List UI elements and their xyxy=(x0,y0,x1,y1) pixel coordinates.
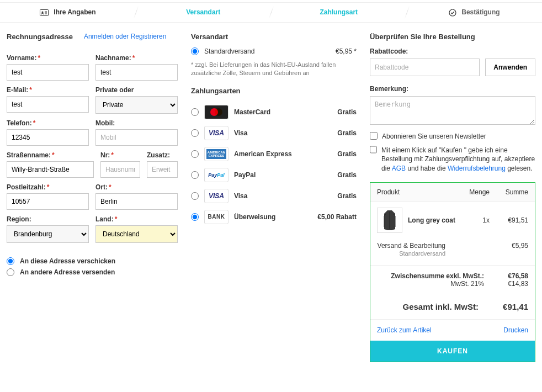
id-card-icon xyxy=(40,9,49,17)
zip-input[interactable] xyxy=(7,193,89,210)
mobile-label: Mobil: xyxy=(95,119,178,127)
order-ship-label: Versand & BearbeitungStandardversand xyxy=(377,242,490,257)
discount-label: Rabattcode: xyxy=(370,47,535,55)
step-details-label: Ihre Angaben xyxy=(54,8,95,16)
region-label: Region: xyxy=(7,215,89,223)
payment-mastercard[interactable]: MasterCard Gratis xyxy=(191,102,357,123)
lastname-label: Nachname:* xyxy=(95,54,178,62)
mobile-input[interactable] xyxy=(95,129,178,146)
order-item-name: Long grey coat xyxy=(408,216,456,224)
order-head-sum: Summe xyxy=(490,188,528,196)
firstname-label: Vorname:* xyxy=(7,54,89,62)
payment-amex[interactable]: AMERICANEXPRESS American Express Gratis xyxy=(191,144,357,165)
review-column: Überprüfen Sie Ihre Bestellung Rabattcod… xyxy=(370,33,535,362)
country-select[interactable]: Deutschland xyxy=(95,225,178,243)
vat-value: €14,83 xyxy=(484,280,528,288)
step-payment[interactable]: Zahlungsart xyxy=(271,3,407,22)
privoder-label: Private oder xyxy=(95,86,178,94)
apply-button[interactable]: Anwenden xyxy=(485,59,535,76)
country-label: Land:* xyxy=(95,215,178,223)
zusatz-label: Zusatz: xyxy=(147,151,178,159)
step-shipping[interactable]: Versandart xyxy=(136,3,272,22)
payment-bank[interactable]: BANK Überweisung €5,00 Rabatt xyxy=(191,206,357,227)
payment-visa[interactable]: VISA Visa Gratis xyxy=(191,123,357,144)
ship-other-radio[interactable] xyxy=(7,268,14,276)
order-item-sum: €91,51 xyxy=(490,216,528,224)
payment-visa2[interactable]: VISA Visa Gratis xyxy=(191,186,357,206)
bank-icon: BANK xyxy=(204,210,229,224)
mastercard-icon xyxy=(204,105,229,119)
nr-input[interactable] xyxy=(100,161,140,178)
ship-other-label: An andere Adresse versenden xyxy=(20,268,115,276)
back-to-item-link[interactable]: Zurück zum Artikel xyxy=(377,326,432,334)
widerruf-link[interactable]: Widerrufsbelehrung xyxy=(448,165,506,172)
vat-label: MwSt. 21% xyxy=(377,280,484,288)
payment-visa-radio[interactable] xyxy=(191,129,199,137)
buy-button[interactable]: KAUFEN xyxy=(370,341,535,362)
payment-bank-radio[interactable] xyxy=(191,213,199,221)
check-circle-icon xyxy=(449,9,456,17)
visa-icon: VISA xyxy=(204,189,229,203)
payment-paypal-radio[interactable] xyxy=(191,171,199,179)
privoder-select[interactable]: Private xyxy=(95,96,178,114)
shipping-standard-radio[interactable] xyxy=(191,47,199,55)
street-input[interactable] xyxy=(7,161,94,178)
payment-visa2-radio[interactable] xyxy=(191,192,199,200)
step-confirm-label: Bestätigung xyxy=(461,8,500,16)
firstname-input[interactable] xyxy=(7,64,89,81)
shipping-payment-column: Versandart Standardversand €5,95 * * zzg… xyxy=(191,33,357,362)
order-summary: Produkt Menge Summe Long grey coat 1x €9… xyxy=(370,182,535,362)
city-label: Ort:* xyxy=(95,183,178,191)
region-select[interactable]: Brandenburg xyxy=(7,225,89,243)
grand-value: €91,41 xyxy=(479,302,528,311)
shipping-title: Versandart xyxy=(191,33,357,41)
payment-amex-radio[interactable] xyxy=(191,150,199,158)
subtotal-value: €76,58 xyxy=(484,272,528,280)
order-head-product: Produkt xyxy=(377,188,456,196)
review-title: Überprüfen Sie Ihre Bestellung xyxy=(370,33,535,41)
shipping-standard-price: €5,95 * xyxy=(336,47,357,55)
phone-input[interactable] xyxy=(7,129,89,146)
login-register-link[interactable]: Anmelden oder Registrieren xyxy=(84,33,166,47)
remark-label: Bemerkung: xyxy=(370,85,535,93)
email-label: E-Mail:* xyxy=(7,86,89,94)
payment-mastercard-radio[interactable] xyxy=(191,108,199,116)
grand-label: Gesamt inkl. MwSt: xyxy=(377,302,479,311)
visa-icon: VISA xyxy=(204,126,229,140)
svg-rect-0 xyxy=(40,9,48,15)
product-thumbnail xyxy=(377,208,402,233)
zusatz-input[interactable] xyxy=(147,161,178,178)
order-item-qty: 1x xyxy=(456,216,490,224)
lastname-input[interactable] xyxy=(95,64,178,81)
amex-icon: AMERICANEXPRESS xyxy=(204,147,229,161)
nr-label: Nr:* xyxy=(100,151,140,159)
billing-title: Rechnungsadresse xyxy=(7,33,73,41)
subtotal-label: Zwischensumme exkl. MwSt.: xyxy=(377,272,484,280)
street-label: Straßenname:* xyxy=(7,151,94,159)
payment-title: Zahlungsarten xyxy=(191,87,357,95)
checkout-steps: Ihre Angaben Versandart Zahlungsart Best… xyxy=(0,2,542,23)
payment-paypal[interactable]: PayPal PayPal Gratis xyxy=(191,165,357,186)
city-input[interactable] xyxy=(95,193,178,210)
shipping-standard-label: Standardversand xyxy=(204,47,254,55)
order-ship-sum: €5,95 xyxy=(490,242,528,257)
print-link[interactable]: Drucken xyxy=(503,326,528,334)
step-details[interactable]: Ihre Angaben xyxy=(0,3,136,22)
newsletter-checkbox[interactable] xyxy=(370,132,378,140)
svg-point-5 xyxy=(449,9,456,16)
email-input[interactable] xyxy=(7,96,89,113)
phone-label: Telefon:* xyxy=(7,119,89,127)
discount-input[interactable] xyxy=(370,59,480,76)
agb-link[interactable]: AGB xyxy=(392,165,406,172)
terms-text: Mit einem Klick auf "Kaufen " gebe ich e… xyxy=(381,146,535,173)
remark-textarea[interactable] xyxy=(370,96,535,125)
paypal-icon: PayPal xyxy=(204,168,229,182)
ship-same-radio[interactable] xyxy=(7,257,14,265)
step-confirm[interactable]: Bestätigung xyxy=(407,3,543,22)
order-head-qty: Menge xyxy=(456,188,490,196)
terms-checkbox[interactable] xyxy=(370,146,377,153)
billing-column: Rechnungsadresse Anmelden oder Registrie… xyxy=(7,33,178,362)
shipping-note: * zzgl. Bei Lieferungen in das Nicht-EU-… xyxy=(191,61,357,78)
zip-label: Postleitzahl:* xyxy=(7,183,89,191)
ship-same-label: An diese Adresse verschicken xyxy=(20,257,115,265)
